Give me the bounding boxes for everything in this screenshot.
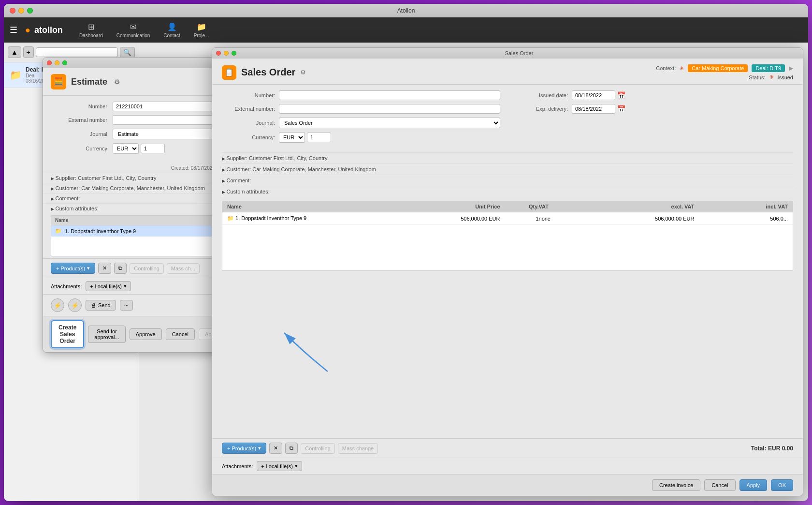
modal-local-file-arrow: ▾ [295,463,298,469]
modal-cancel-button[interactable]: Cancel [704,479,735,491]
modal-col-vat: VAT [539,204,578,209]
modal-customer-section[interactable]: Customer: Car Making Corporate, Manchest… [222,163,793,175]
estimate-send-approval-button[interactable]: Send for approval... [88,326,125,343]
modal-add-product-button[interactable]: + Product(s) ▾ [222,443,266,454]
estimate-more-button[interactable]: ··· [120,300,133,311]
nav-contact[interactable]: 👤 Contact [157,19,187,41]
modal-currency-row: Currency: EUR [222,132,500,143]
modal-create-invoice-label: Create invoice [659,482,693,488]
window-title: Atollon [397,7,415,14]
create-sales-order-button[interactable]: Create Sales Order [51,320,84,348]
modal-row-product-name: 1. Doppstadt Inventhor Type 9 [235,215,306,221]
content-area: ▲ + 🔍 📁 Deal: DIT9 Deal 08/16/2022 [4,43,808,501]
modal-copy-button[interactable]: ⧉ [285,443,298,454]
modal-gear-icon[interactable]: ⚙ [300,69,306,76]
modal-exp-delivery-input[interactable] [572,104,615,114]
modal-journal-select[interactable]: Sales Order [279,118,500,128]
modal-apply-button[interactable]: Apply [740,479,768,491]
modal-ext-number-input[interactable] [279,104,500,114]
estimate-min-button[interactable] [55,60,59,65]
modal-currency-amount[interactable] [307,133,331,142]
minimize-button[interactable] [18,8,24,14]
nav-dashboard[interactable]: ⊞ Dashboard [72,19,110,41]
modal-create-invoice-button[interactable]: Create invoice [652,479,700,491]
modal-custom-section[interactable]: Custom attributes: [222,186,793,197]
modal-ok-button[interactable]: OK [771,479,793,491]
sidebar-search-button[interactable]: 🔍 [120,47,135,58]
modal-mass-change-label: Mass change [342,446,374,451]
modal-local-file-label: + Local file(s) [261,463,293,469]
modal-mass-change-button: Mass change [338,443,378,454]
modal-exp-delivery-label: Exp. delivery: [515,106,568,112]
sidebar-back-button[interactable]: ▲ [8,46,21,58]
modal-header: 📋 Sales Order ⚙ Context: ✳ Car Making Co… [212,59,803,85]
modal-journal-row: Journal: Sales Order [222,118,500,128]
estimate-created-label: Created: [171,165,191,171]
estimate-mass-change-button: Mass ch... [167,263,200,274]
modal-controlling-button: Controlling [301,443,335,454]
modal-max-button[interactable] [232,51,236,56]
main-window: Atollon ☰ ● atollon ⊞ Dashboard ✉ Commun… [4,4,808,501]
estimate-currency-amount[interactable] [141,144,165,153]
modal-table-row[interactable]: 📁 1. Doppstadt Inventhor Type 9 506,000.… [222,212,793,225]
modal-title-bar: Sales Order [212,48,803,59]
estimate-currency-select[interactable]: EUR [113,143,139,154]
modal-row-excl-vat: 506,000.00 EUR [578,216,695,222]
nav-dashboard-label: Dashboard [79,33,103,38]
estimate-local-file-button[interactable]: + Local file(s) ▾ [86,281,131,291]
estimate-attachments-label: Attachments: [51,283,82,289]
modal-table-body: 📁 1. Doppstadt Inventhor Type 9 506,000.… [222,212,793,270]
modal-number-input[interactable] [279,90,500,100]
estimate-journal-label: Journal: [51,131,109,137]
estimate-max-button[interactable] [62,60,67,65]
estimate-gear-icon[interactable]: ⚙ [114,78,120,86]
maximize-button[interactable] [27,8,33,14]
modal-col-incl-vat: incl. VAT [694,204,788,209]
modal-close-button[interactable] [216,51,221,56]
estimate-close-button[interactable] [47,60,52,65]
modal-status-label: Status: [749,74,765,80]
modal-title-big: Sales Order [241,67,295,78]
estimate-add-product-button[interactable]: + Product(s) ▾ [51,263,95,274]
estimate-approve-button[interactable]: Approve [130,328,162,340]
modal-context-expand[interactable]: ▶ [789,65,793,72]
modal-supplier-section[interactable]: Supplier: Customer First Ltd., City, Cou… [222,152,793,163]
modal-status-row: Status: ✳ Issued [749,74,793,80]
modal-exp-delivery-calendar-icon[interactable]: 📅 [617,105,625,113]
modal-row-qty: 1 [500,216,539,222]
estimate-print-button[interactable]: 🖨 Send [86,300,116,311]
deal-folder-icon: 📁 [10,69,22,81]
modal-comment-section[interactable]: Comment: [222,175,793,186]
sidebar-search-input[interactable] [36,47,118,57]
nav-communication[interactable]: ✉ Communication [110,19,157,41]
estimate-delete-button[interactable]: ✕ [98,263,111,274]
modal-delete-button[interactable]: ✕ [269,443,282,454]
modal-table-header: Name Unit Price Qty. VAT excl. VAT incl.… [222,201,793,212]
modal-issued-date-input[interactable] [572,90,615,100]
modal-attachments-label: Attachments: [222,463,253,469]
modal-right-fields: Issued date: 📅 Exp. delivery: 📅 [515,90,793,147]
estimate-copy-button[interactable]: ⧉ [114,263,127,274]
modal-add-product-label: + Product(s) [227,446,256,451]
estimate-action-btn-2[interactable]: ⚡ [68,298,82,312]
modal-local-file-button[interactable]: + Local file(s) ▾ [257,461,302,471]
app-logo: ● atollon [25,25,63,35]
modal-issued-date-calendar-icon[interactable]: 📅 [617,91,625,99]
modal-min-button[interactable] [224,51,229,56]
nav-project[interactable]: 📁 Proje... [187,19,216,41]
hamburger-icon[interactable]: ☰ [10,25,17,35]
estimate-cancel-button[interactable]: Cancel [166,328,195,340]
estimate-currency-label: Currency: [51,146,109,151]
communication-icon: ✉ [130,22,136,31]
modal-title-row: 📋 Sales Order ⚙ [222,65,306,80]
project-icon: 📁 [197,22,206,31]
estimate-action-btn-1[interactable]: ⚡ [51,298,64,312]
close-button[interactable] [10,8,15,14]
estimate-number-label: Number: [51,104,109,109]
modal-issued-date-row: Issued date: 📅 [515,90,793,100]
sidebar-add-button[interactable]: + [23,46,34,58]
modal-journal-label: Journal: [222,120,275,126]
modal-currency-select[interactable]: EUR [279,132,305,143]
modal-body: Number: External number: Journal: Sales … [212,85,803,438]
modal-currency-label: Currency: [222,134,275,140]
